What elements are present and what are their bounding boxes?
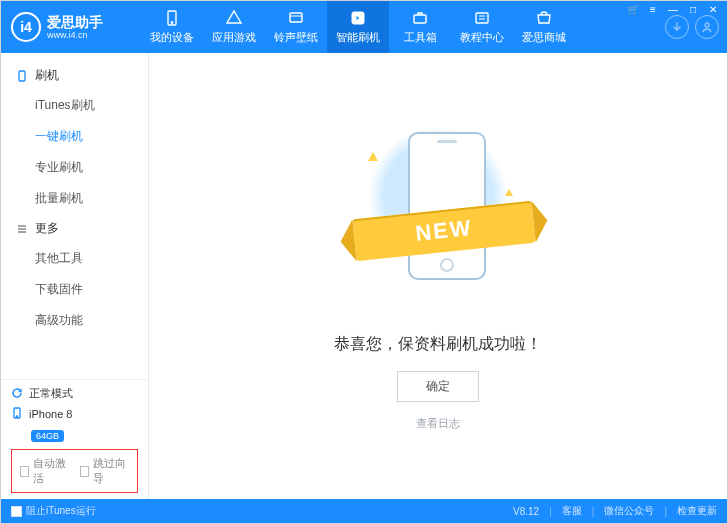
sidebar-item-itunes[interactable]: iTunes刷机: [1, 90, 148, 121]
brand-name: 爱思助手: [47, 15, 103, 29]
nav-toolbox[interactable]: 工具箱: [389, 1, 451, 53]
check-label: 阻止iTunes运行: [26, 504, 96, 518]
phone-icon: [15, 69, 29, 83]
option-checks: 自动激活 跳过向导: [11, 449, 138, 493]
check-skip-wizard[interactable]: 跳过向导: [80, 456, 130, 486]
nav-device[interactable]: 我的设备: [141, 1, 203, 53]
nav-label: 铃声壁纸: [274, 30, 318, 45]
close-icon[interactable]: ✕: [706, 4, 720, 15]
sidebar: 刷机iTunes刷机一键刷机专业刷机批量刷机更多其他工具下载固件高级功能 正常模…: [1, 53, 149, 499]
header-right: [665, 15, 727, 39]
connected-device[interactable]: iPhone 8: [11, 407, 138, 421]
nav-label: 智能刷机: [336, 30, 380, 45]
app-header: i4 爱思助手 www.i4.cn 我的设备应用游戏铃声壁纸智能刷机工具箱教程中…: [1, 1, 727, 53]
svg-rect-4: [414, 15, 426, 23]
nav-games[interactable]: 应用游戏: [203, 1, 265, 53]
device-mode-label: 正常模式: [29, 386, 73, 401]
svg-point-1: [171, 22, 173, 24]
nav-store[interactable]: 爱思商城: [513, 1, 575, 53]
sidebar-group-1: 更多: [1, 214, 148, 243]
store-icon: [535, 9, 553, 27]
view-log-link[interactable]: 查看日志: [416, 416, 460, 431]
wechat-link[interactable]: 微信公众号: [604, 504, 654, 518]
brand-site: www.i4.cn: [47, 31, 103, 40]
flash-icon: [349, 9, 367, 27]
check-block-itunes[interactable]: 阻止iTunes运行: [11, 504, 96, 518]
version-label: V8.12: [513, 506, 539, 517]
nav-label: 应用游戏: [212, 30, 256, 45]
check-auto-activate[interactable]: 自动激活: [20, 456, 70, 486]
toolbox-icon: [411, 9, 429, 27]
sidebar-item-adv[interactable]: 高级功能: [1, 305, 148, 336]
check-update-link[interactable]: 检查更新: [677, 504, 717, 518]
sidebar-item-fw[interactable]: 下载固件: [1, 274, 148, 305]
svg-rect-5: [476, 13, 488, 23]
nav-label: 爱思商城: [522, 30, 566, 45]
sidebar-item-batch[interactable]: 批量刷机: [1, 183, 148, 214]
top-nav: 我的设备应用游戏铃声壁纸智能刷机工具箱教程中心爱思商城: [141, 1, 665, 53]
check-label: 跳过向导: [93, 456, 129, 486]
success-message: 恭喜您，保资料刷机成功啦！: [334, 334, 542, 355]
checkbox-icon: [11, 506, 22, 517]
sidebar-item-onekey[interactable]: 一键刷机: [1, 121, 148, 152]
phone-illustration-icon: [408, 132, 486, 280]
device-mode[interactable]: 正常模式: [11, 386, 138, 401]
status-bar: 阻止iTunes运行 V8.12 | 客服 | 微信公众号 | 检查更新: [1, 499, 727, 523]
svg-point-6: [705, 23, 709, 27]
nav-flash[interactable]: 智能刷机: [327, 1, 389, 53]
device-capacity-badge: 64GB: [31, 430, 64, 442]
nav-label: 教程中心: [460, 30, 504, 45]
tutorial-icon: [473, 9, 491, 27]
download-button[interactable]: [665, 15, 689, 39]
sidebar-item-other[interactable]: 其他工具: [1, 243, 148, 274]
cart-icon[interactable]: 🛒: [626, 4, 640, 15]
ringtone-icon: [287, 9, 305, 27]
nav-ringtone[interactable]: 铃声壁纸: [265, 1, 327, 53]
list-icon: [15, 222, 29, 236]
support-link[interactable]: 客服: [562, 504, 582, 518]
window-controls: 🛒 ≡ — □ ✕: [626, 4, 720, 15]
brand-logo: i4 爱思助手 www.i4.cn: [1, 12, 141, 42]
account-button[interactable]: [695, 15, 719, 39]
svg-rect-2: [290, 13, 302, 22]
device-icon: [163, 9, 181, 27]
sidebar-item-pro[interactable]: 专业刷机: [1, 152, 148, 183]
device-name: iPhone 8: [29, 408, 72, 420]
main-content: NEW 恭喜您，保资料刷机成功啦！ 确定 查看日志: [149, 53, 727, 499]
group-title: 刷机: [35, 67, 59, 84]
nav-label: 工具箱: [404, 30, 437, 45]
sidebar-group-0: 刷机: [1, 61, 148, 90]
check-label: 自动激活: [33, 456, 69, 486]
logo-badge-icon: i4: [11, 12, 41, 42]
minimize-icon[interactable]: —: [666, 4, 680, 15]
svg-rect-7: [19, 71, 25, 81]
checkbox-icon: [80, 466, 89, 477]
maximize-icon[interactable]: □: [686, 4, 700, 15]
success-illustration: NEW: [328, 132, 548, 312]
phone-icon: [11, 407, 23, 421]
nav-label: 我的设备: [150, 30, 194, 45]
menu-icon[interactable]: ≡: [646, 4, 660, 15]
ok-button[interactable]: 确定: [397, 371, 479, 402]
games-icon: [225, 9, 243, 27]
svg-point-9: [16, 416, 17, 417]
group-title: 更多: [35, 220, 59, 237]
nav-tutorial[interactable]: 教程中心: [451, 1, 513, 53]
refresh-icon: [11, 387, 23, 401]
checkbox-icon: [20, 466, 29, 477]
